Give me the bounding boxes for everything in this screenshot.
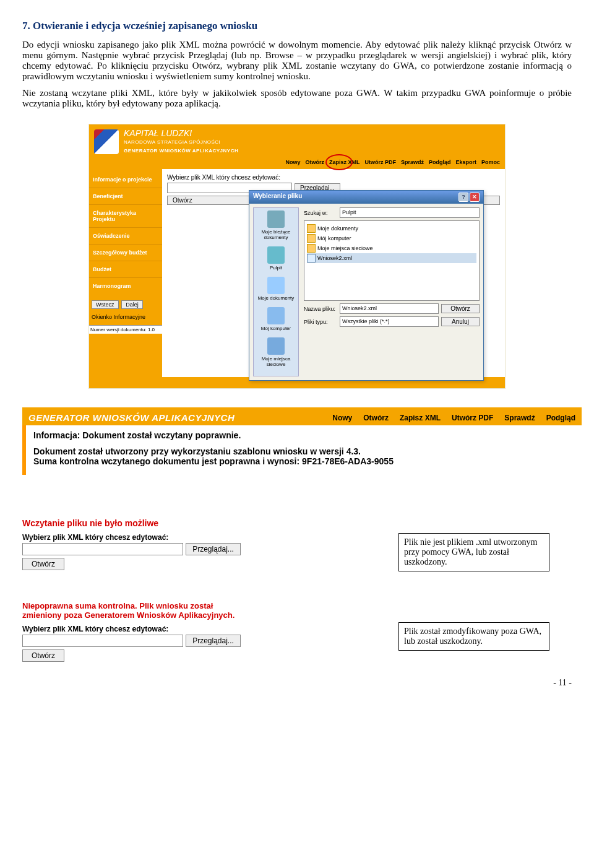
place-1[interactable]: Pulpit (256, 246, 296, 271)
banner2-title: GENERATOR WNIOSKÓW APLIKACYJNYCH (28, 412, 235, 423)
ftype-label: Pliki typu: (304, 319, 337, 325)
app-title-gen: GENERATOR WNIOSKÓW APLIKACYJNYCH (124, 148, 238, 154)
app-header: KAPITAŁ LUDZKI NARODOWA STRATEGIA SPÓJNO… (89, 124, 505, 169)
sidebar-item-3[interactable]: Oświadczenie (89, 227, 162, 244)
info-panel: Informacja: Dokument został wczytany pop… (22, 425, 588, 475)
info-line-1: Informacja: Dokument został wczytany pop… (33, 430, 580, 440)
dlg-open-button[interactable]: Otwórz (441, 304, 480, 313)
err1-input[interactable] (22, 543, 183, 555)
file-dialog: Wybieranie pliku ? ✕ Moje bieżące dokume… (249, 190, 484, 381)
section-title: 7. Otwieranie i edycja wcześniej zapisan… (22, 20, 572, 32)
err2-browse[interactable]: Przeglądaj... (186, 635, 241, 647)
error-block-1: Wczytanie pliku nie było możliwe Wybierz… (22, 518, 251, 570)
tool-nowy[interactable]: Nowy (285, 159, 300, 165)
tool-pomoc[interactable]: Pomoc (481, 159, 500, 165)
fname-label: Nazwa pliku: (304, 306, 337, 312)
place-3[interactable]: Mój komputer (256, 307, 296, 331)
file-item-0[interactable]: Moje dokumenty (307, 224, 476, 233)
app-title-sub: NARODOWA STRATEGIA SPÓJNOŚCI (124, 139, 220, 145)
sidebar-item-6[interactable]: Harmonogram (89, 277, 162, 294)
dlg-close-icon[interactable]: ✕ (470, 193, 480, 202)
banner2: GENERATOR WNIOSKÓW APLIKACYJNYCH Nowy Ot… (22, 407, 582, 425)
sidebar-item-0[interactable]: Informacje o projekcie (89, 171, 162, 188)
err2-msg: Niepoprawna suma kontrolna. Plik wniosku… (22, 601, 251, 620)
error-block-2: Niepoprawna suma kontrolna. Plik wniosku… (22, 601, 251, 662)
sidebar-item-2[interactable]: Charakterystyka Projektu (89, 204, 162, 227)
app-logo (94, 129, 119, 154)
lookin-label: Szukaj w: (304, 210, 337, 216)
tool-sprawdz[interactable]: Sprawdź (401, 159, 424, 165)
tool-otworz[interactable]: Otwórz (305, 159, 324, 165)
folder-icon (267, 210, 285, 228)
err1-browse[interactable]: Przeglądaj... (186, 543, 241, 555)
sidebar-item-5[interactable]: Budżet (89, 261, 162, 277)
folder-icon (307, 244, 316, 253)
place-2[interactable]: Moje dokumenty (256, 277, 296, 301)
callout-1: Plik nie jest plikiem .xml utworzonym pr… (398, 533, 549, 571)
app-title-main: KAPITAŁ LUDZKI (124, 128, 192, 138)
file-item-3[interactable]: Wniosek2.xml (307, 253, 476, 263)
dlg-places: Moje bieżące dokumenty Pulpit Moje dokum… (253, 207, 299, 376)
sidebar-dalej[interactable]: Dalej (121, 300, 143, 309)
b2-otworz[interactable]: Otwórz (363, 414, 389, 422)
desktop-icon (267, 246, 285, 264)
fname-input[interactable]: Wniosek2.xml (340, 303, 439, 314)
tool-pdf[interactable]: Utwórz PDF (364, 159, 396, 165)
paragraph-2: Nie zostaną wczytane pliki XML, które by… (22, 88, 572, 109)
err2-input[interactable] (22, 635, 183, 647)
computer-icon (267, 307, 285, 324)
b2-nowy[interactable]: Nowy (332, 414, 352, 422)
dlg-title: Wybieranie pliku (253, 193, 302, 202)
info-line-3: Suma kontrolna wczytanego dokumentu jest… (33, 456, 580, 466)
err2-open[interactable]: Otwórz (22, 649, 64, 662)
ftype-select[interactable]: Wszystkie pliki (*.*) (340, 316, 439, 327)
lookin-select[interactable]: Pulpit (340, 207, 480, 218)
sidebar-version: Numer wersji dokumentu: 1.0 (89, 325, 162, 334)
sidebar-item-4[interactable]: Szczegółowy budżet (89, 244, 162, 261)
dlg-help-icon[interactable]: ? (458, 193, 468, 202)
app-main: Wybierz plik XML który chcesz edytować: … (162, 169, 505, 377)
documents-icon (267, 277, 285, 294)
xml-file-icon (307, 254, 316, 263)
b2-pdf[interactable]: Utwórz PDF (452, 414, 493, 422)
dlg-filelist: Moje dokumenty Mój komputer Moje miejsca… (304, 220, 480, 301)
app-toolbar: Nowy Otwórz Zapisz XML Utwórz PDF Sprawd… (285, 159, 500, 165)
tool-eksport[interactable]: Eksport (455, 159, 476, 165)
tool-zapisz[interactable]: Zapisz XML (329, 159, 360, 165)
file-item-1[interactable]: Mój komputer (307, 233, 476, 243)
place-0[interactable]: Moje bieżące dokumenty (256, 210, 296, 240)
tool-podglad[interactable]: Podgląd (429, 159, 451, 165)
err1-msg: Wczytanie pliku nie było możliwe (22, 518, 251, 528)
b2-sprawdz[interactable]: Sprawdź (504, 414, 535, 422)
page-number: - 11 - (22, 678, 572, 688)
b2-zapisz[interactable]: Zapisz XML (400, 414, 441, 422)
folder-icon (307, 224, 316, 233)
app-screenshot: KAPITAŁ LUDZKI NARODOWA STRATEGIA SPÓJNO… (88, 124, 506, 389)
file-prompt: Wybierz plik XML który chcesz edytować: (167, 174, 500, 181)
sidebar: Informacje o projekcie Beneficjent Chara… (89, 169, 162, 377)
file-item-2[interactable]: Moje miejsca sieciowe (307, 243, 476, 253)
place-4[interactable]: Moje miejsca sieciowe (256, 337, 296, 367)
sidebar-okienko[interactable]: Okienko Informacyjne (92, 314, 160, 320)
err2-prompt: Wybierz plik XML który chcesz edytować: (22, 625, 251, 633)
paragraph-1: Do edycji wniosku zapisanego jako plik X… (22, 40, 572, 82)
sidebar-wstecz[interactable]: Wstecz (92, 300, 119, 309)
dlg-cancel-button[interactable]: Anuluj (441, 317, 480, 326)
err1-open[interactable]: Otwórz (22, 558, 64, 570)
callout-2: Plik został zmodyfikowany poza GWA, lub … (398, 622, 549, 651)
info-line-2: Dokument został utworzony przy wykorzyst… (33, 446, 580, 456)
b2-podglad[interactable]: Podgląd (546, 414, 575, 422)
folder-icon (307, 234, 316, 243)
sidebar-item-1[interactable]: Beneficjent (89, 188, 162, 204)
err1-prompt: Wybierz plik XML który chcesz edytować: (22, 533, 251, 542)
network-icon (267, 337, 285, 355)
